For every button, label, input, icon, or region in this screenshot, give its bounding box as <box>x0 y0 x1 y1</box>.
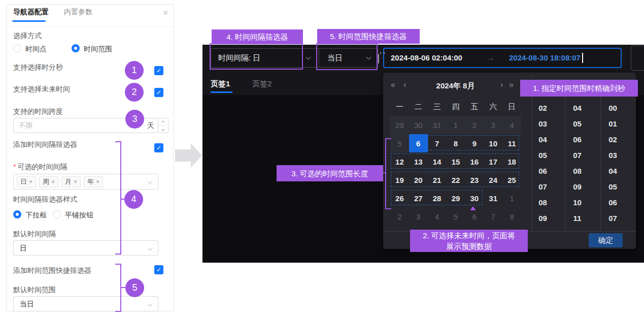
preview-tab-1[interactable]: 页签1 <box>211 79 230 89</box>
calendar-day[interactable]: 2 <box>390 207 409 226</box>
second-cell[interactable]: 02 <box>595 132 630 147</box>
hour-cell[interactable]: 03 <box>526 116 559 132</box>
calendar-day[interactable]: 6 <box>409 134 428 152</box>
support-future-checkbox[interactable]: ✓ <box>154 88 163 97</box>
hour-cell[interactable]: 04 <box>526 132 559 147</box>
tabs-divider <box>7 26 174 27</box>
tag-remove-icon[interactable]: × <box>96 178 99 185</box>
annotation-badge-5: 5 <box>125 278 144 297</box>
second-cell[interactable]: 03 <box>595 147 630 163</box>
support-hms-checkbox[interactable]: ✓ <box>154 66 163 75</box>
partial-control[interactable] <box>631 45 644 71</box>
radio-tiled-style[interactable] <box>53 210 61 218</box>
date-range-input[interactable]: 2024-08-06 02:04:00 → 2024-08-30 18:08:0… <box>383 48 622 68</box>
hour-cell[interactable]: 02 <box>526 100 559 116</box>
hour-cell[interactable]: 08 <box>526 195 559 210</box>
range-start-value: 2024-08-06 02:04:00 <box>391 53 462 62</box>
minute-cell[interactable]: 06 <box>560 132 595 147</box>
minute-cell[interactable]: 11 <box>560 210 595 226</box>
stepper-up-icon[interactable] <box>158 118 168 125</box>
second-column: 0001020304050607 <box>601 100 636 226</box>
prev-month-icon[interactable]: ‹ <box>403 80 406 89</box>
minute-cell[interactable]: 07 <box>560 147 595 163</box>
calendar-icon[interactable] <box>378 54 379 64</box>
tab-builtin-params[interactable]: 内置参数 <box>64 8 92 17</box>
next-year-icon[interactable]: » <box>509 80 514 89</box>
interval-tag-label: 日 <box>20 177 27 186</box>
check-icon: ✓ <box>156 266 161 273</box>
bracket-5-cap-top <box>115 264 121 265</box>
annotation-label-3: 3. 可选的时间范围长度 <box>277 165 383 181</box>
add-range-filter-checkbox[interactable]: ✓ <box>154 265 163 274</box>
second-cell[interactable]: 04 <box>595 163 630 179</box>
second-cell[interactable]: 01 <box>595 116 630 132</box>
calendar-day[interactable]: 31 <box>428 116 447 134</box>
quantity-stepper[interactable] <box>158 118 168 133</box>
calendar-day[interactable]: 30 <box>409 116 428 134</box>
range-dashes-row4 <box>391 190 483 205</box>
time-span-label: 支持的时间跨度 <box>13 107 63 116</box>
range-dashes-row3 <box>391 172 519 187</box>
second-cell[interactable]: 05 <box>595 179 630 195</box>
preview-tab-2[interactable]: 页签2 <box>252 79 272 89</box>
calendar-day[interactable]: 3 <box>484 116 502 134</box>
tag-remove-icon[interactable]: × <box>74 178 77 185</box>
calendar-day[interactable]: 31 <box>484 189 502 207</box>
annotation-badge-1: 1 <box>125 61 144 80</box>
active-tab-underline <box>12 20 46 22</box>
radio-dropdown-style[interactable] <box>13 210 21 218</box>
calendar-day[interactable]: 5 <box>390 134 409 152</box>
hour-cell[interactable]: 05 <box>526 147 559 163</box>
flow-arrow-icon <box>175 149 191 162</box>
prev-year-icon[interactable]: « <box>391 80 395 89</box>
weekday-label: 二 <box>409 100 428 113</box>
calendar-day[interactable]: 4 <box>502 116 521 134</box>
confirm-button[interactable]: 确定 <box>589 233 623 247</box>
hour-cell[interactable]: 09 <box>526 210 559 226</box>
radio-time-point[interactable] <box>13 44 21 52</box>
bracket-5-cap-bottom <box>115 311 121 312</box>
calendar-day[interactable]: 2 <box>465 116 484 134</box>
stepper-down-icon[interactable] <box>158 125 168 133</box>
minute-cell[interactable]: 10 <box>560 195 595 210</box>
minute-cell[interactable]: 04 <box>560 100 595 116</box>
range-arrow-icon: → <box>487 53 494 62</box>
weekday-label: 四 <box>447 100 465 113</box>
default-range-select[interactable]: 当日 <box>13 296 158 311</box>
check-icon: ✓ <box>156 89 161 96</box>
annotation-label-2: 2. 可选择未来时间，页面将 展示预测数据 <box>410 230 528 252</box>
calendar-day[interactable]: 3 <box>409 207 428 226</box>
second-cell[interactable]: 06 <box>595 195 630 210</box>
next-month-icon[interactable]: › <box>500 80 503 89</box>
minute-cell[interactable]: 09 <box>560 179 595 195</box>
chevron-down-icon <box>148 302 153 307</box>
second-cell[interactable]: 00 <box>595 100 630 116</box>
close-icon[interactable]: × <box>163 9 168 16</box>
second-cell[interactable]: 07 <box>595 210 630 226</box>
hour-cell[interactable]: 06 <box>526 163 559 179</box>
calendar-title[interactable]: 2024年 8月 <box>429 81 482 91</box>
hour-cell[interactable]: 07 <box>526 179 559 195</box>
calendar-day[interactable]: 5 <box>447 207 465 226</box>
weekday-row: 一二三四五六日 <box>390 100 521 113</box>
radio-time-range-label: 时间范围 <box>84 45 112 54</box>
add-interval-filter-checkbox[interactable]: ✓ <box>154 143 163 152</box>
radio-time-range[interactable] <box>72 44 80 52</box>
calendar-day[interactable]: 29 <box>390 116 409 134</box>
minute-cell[interactable]: 08 <box>560 163 595 179</box>
calendar-day[interactable]: 1 <box>447 116 465 134</box>
calendar-day[interactable]: 4 <box>428 207 447 226</box>
calendar-day[interactable]: 8 <box>502 207 521 226</box>
annotation-label-1: 1. 指定时间范围时精确到秒 <box>520 80 638 97</box>
calendar-day[interactable]: 7 <box>484 207 502 226</box>
interval-multiselect[interactable]: 日×周×月×年× <box>13 174 158 189</box>
default-interval-select[interactable]: 日 <box>13 240 158 256</box>
tab-navigator-config[interactable]: 导航器配置 <box>13 8 49 17</box>
tag-remove-icon[interactable]: × <box>29 178 32 185</box>
calendar-day[interactable]: 1 <box>502 189 521 207</box>
tag-remove-icon[interactable]: × <box>51 178 55 185</box>
default-range-label: 默认时间范围 <box>13 286 56 295</box>
minute-cell[interactable]: 05 <box>560 116 595 132</box>
annotation-badge-4: 4 <box>124 190 143 209</box>
annotation-badge-3: 3 <box>125 110 144 129</box>
